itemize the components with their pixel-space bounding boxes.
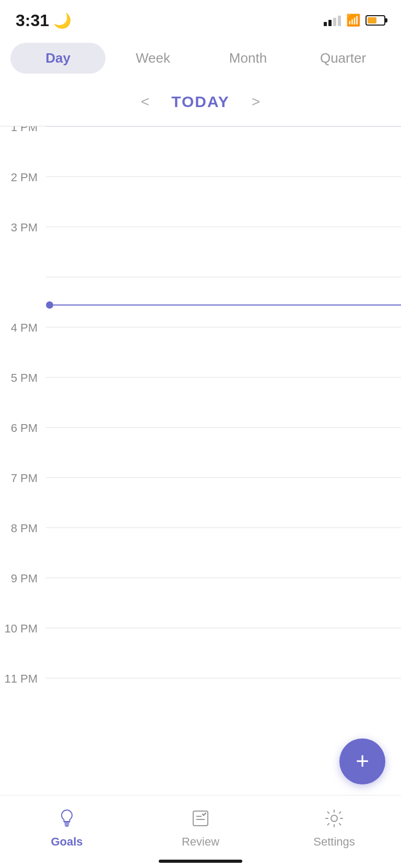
time-display: 3:31 (16, 11, 49, 30)
current-date-label: TODAY (171, 93, 230, 111)
moon-icon: 🌙 (53, 12, 72, 29)
tab-navigation: Day Week Month Quarter (0, 37, 401, 80)
prev-date-button[interactable]: < (135, 90, 156, 113)
wifi-icon: 📶 (346, 14, 360, 27)
current-time-bg-line (46, 277, 401, 277)
signal-icon (324, 15, 341, 26)
bottom-navigation: Goals Review Settings (0, 795, 401, 868)
time-slot-11pm: 11 PM (0, 678, 401, 728)
next-date-button[interactable]: > (245, 90, 266, 113)
review-icon (188, 806, 213, 831)
battery-icon (365, 15, 385, 26)
time-line-8pm (46, 527, 401, 578)
time-label-2pm: 2 PM (0, 171, 46, 184)
home-indicator (159, 860, 242, 863)
time-line-2pm (46, 177, 401, 227)
time-label-1pm: 1 PM (0, 126, 46, 134)
status-time: 3:31 🌙 (16, 11, 72, 30)
time-slot-10pm: 10 PM (0, 628, 401, 678)
time-line-3pm (46, 227, 401, 277)
time-label-3pm: 3 PM (0, 221, 46, 234)
time-label-9pm: 9 PM (0, 572, 46, 585)
time-label-7pm: 7 PM (0, 472, 46, 485)
settings-label: Settings (313, 835, 355, 849)
add-event-fab[interactable]: + (339, 738, 385, 784)
plus-icon: + (356, 749, 369, 772)
time-line-5pm (46, 377, 401, 427)
time-label-6pm: 6 PM (0, 421, 46, 435)
svg-rect-0 (64, 822, 70, 823)
time-slot-6pm: 6 PM (0, 427, 401, 477)
review-label: Review (182, 835, 219, 849)
time-line-9pm (46, 578, 401, 628)
time-line-11pm (46, 678, 401, 728)
time-label-4pm: 4 PM (0, 321, 46, 335)
time-line-10pm (46, 628, 401, 678)
time-slot-9pm: 9 PM (0, 578, 401, 628)
battery-fill (368, 17, 376, 24)
current-time-dot (46, 301, 53, 309)
time-label-5pm: 5 PM (0, 371, 46, 385)
time-label-10pm: 10 PM (0, 622, 46, 636)
tab-week[interactable]: Week (105, 43, 200, 74)
time-slot-7pm: 7 PM (0, 477, 401, 527)
current-time-line (53, 304, 401, 306)
calendar-grid: 1 PM 2 PM 3 PM 4 PM 5 PM 6 PM (0, 126, 401, 728)
svg-rect-1 (65, 824, 69, 825)
current-time-container (46, 277, 401, 327)
time-slot-3pm: 3 PM (0, 227, 401, 277)
time-slot-8pm: 8 PM (0, 527, 401, 578)
time-line-7pm (46, 477, 401, 527)
status-bar: 3:31 🌙 📶 (0, 0, 401, 37)
time-label-8pm: 8 PM (0, 522, 46, 535)
time-slot-2pm: 2 PM (0, 177, 401, 227)
date-navigator: < TODAY > (0, 80, 401, 126)
time-slot-1pm: 1 PM (0, 126, 401, 177)
goals-icon (54, 806, 79, 831)
nav-item-settings[interactable]: Settings (267, 806, 401, 849)
tab-day[interactable]: Day (10, 43, 105, 74)
goals-label: Goals (51, 835, 82, 849)
time-line-1pm (46, 126, 401, 177)
tab-quarter[interactable]: Quarter (296, 43, 391, 74)
current-time-indicator (46, 301, 401, 309)
time-slot-5pm: 5 PM (0, 377, 401, 427)
time-label-11pm: 11 PM (0, 672, 46, 686)
time-line-4pm (46, 327, 401, 377)
current-time-row (0, 277, 401, 327)
time-slot-4pm: 4 PM (0, 327, 401, 377)
time-line-6pm (46, 427, 401, 477)
nav-item-review[interactable]: Review (134, 806, 267, 849)
nav-item-goals[interactable]: Goals (0, 806, 134, 849)
status-right: 📶 (324, 14, 385, 27)
svg-point-6 (331, 815, 337, 822)
settings-icon (322, 806, 347, 831)
tab-month[interactable]: Month (200, 43, 296, 74)
